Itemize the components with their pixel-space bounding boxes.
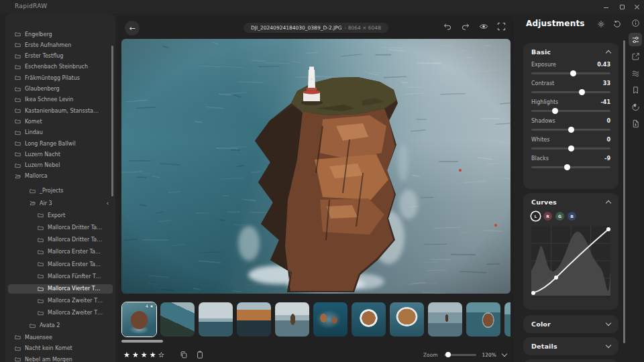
sidebar-item-luzern-nacht[interactable]: Luzern Nacht bbox=[8, 149, 113, 159]
sidebar-item-mallorca-vierter-t[interactable]: Mallorca Vierter T… bbox=[8, 284, 113, 294]
star-3[interactable]: ★ bbox=[141, 351, 148, 359]
rail-info-icon[interactable] bbox=[629, 16, 642, 29]
sidebar-item-fr-km-ntegg-pilatus[interactable]: Fräkmüntegg Pilatus bbox=[8, 73, 113, 82]
sidebar-item-erste-aufnahmen[interactable]: Erste Aufnahmen bbox=[8, 40, 113, 50]
thumbnail-2[interactable] bbox=[160, 302, 195, 337]
sidebar-item-mauensee[interactable]: Mauensee bbox=[8, 333, 113, 342]
zoom-dropdown-chevron-icon[interactable] bbox=[502, 351, 507, 357]
sidebar-item-mallorca-f-nfter-t[interactable]: Mallorca Fünfter T… bbox=[8, 272, 113, 281]
sidebar-item-komet[interactable]: Komet bbox=[8, 117, 113, 126]
paste-settings-icon[interactable] bbox=[196, 351, 204, 359]
star-4[interactable]: ★ bbox=[150, 351, 157, 359]
curves-section-header[interactable]: Curves bbox=[523, 193, 619, 210]
sidebar-item-eschenbach-steinbruch[interactable]: Eschenbach Steinbruch bbox=[8, 62, 113, 72]
sidebar-item-projects[interactable]: _Projects bbox=[8, 186, 113, 196]
expand-chevron-icon bbox=[606, 320, 611, 326]
effects-section-header[interactable]: Effects bbox=[523, 359, 619, 362]
collapse-folder-chevron-icon[interactable]: ‹ bbox=[106, 200, 113, 206]
thumbnail-6[interactable] bbox=[313, 302, 348, 337]
effects-section: Effects bbox=[523, 359, 619, 362]
slider-thumb[interactable] bbox=[568, 127, 574, 133]
sidebar-item-air-3[interactable]: Air 3‹ bbox=[8, 198, 113, 208]
filename-pill: DJI_20240924184030_0389_D-2.JPG- 8064 × … bbox=[244, 23, 388, 33]
slider-thumb[interactable] bbox=[552, 108, 558, 114]
sidebar-item-mallorca-erster-ta[interactable]: Mallorca Erster Ta… bbox=[8, 259, 113, 269]
thumbnail-11[interactable] bbox=[504, 302, 511, 337]
rail-layers-icon[interactable] bbox=[629, 66, 642, 80]
reset-icon[interactable] bbox=[613, 20, 621, 28]
sidebar-item-glaubenberg[interactable]: Glaubenberg bbox=[8, 84, 113, 94]
slider-track[interactable] bbox=[531, 129, 610, 131]
zoom-slider-thumb[interactable] bbox=[445, 352, 451, 357]
rail-presets-icon[interactable] bbox=[629, 83, 642, 97]
sidebar-item-lindau[interactable]: Lindau bbox=[8, 128, 113, 137]
sidebar-item-ikea-schnee-levin[interactable]: Ikea Schnee Levin bbox=[8, 95, 113, 105]
sidebar-scrollbar[interactable] bbox=[111, 46, 113, 196]
zoom-slider[interactable] bbox=[444, 354, 476, 356]
star-5[interactable]: ☆ bbox=[158, 351, 166, 359]
sidebar-item-mallorca[interactable]: Mallorca bbox=[8, 172, 113, 181]
settings-icon[interactable] bbox=[597, 20, 605, 28]
thumbnail-4[interactable] bbox=[236, 302, 272, 337]
slider-thumb[interactable] bbox=[579, 89, 585, 95]
color-section-header[interactable]: Color bbox=[523, 315, 619, 333]
photo-canvas[interactable] bbox=[121, 39, 511, 294]
thumbnail-3[interactable] bbox=[198, 302, 233, 337]
close-button[interactable] bbox=[634, 4, 640, 10]
thumbnail-9[interactable] bbox=[427, 302, 463, 337]
sidebar-item-long-range-ballwil[interactable]: Long Range Ballwil bbox=[8, 139, 113, 148]
rail-adjustments-icon[interactable] bbox=[629, 33, 642, 46]
sidebar-item-mallorca-zweiter-t[interactable]: Mallorca Zweiter T… bbox=[8, 296, 113, 306]
rail-edit-icon[interactable] bbox=[629, 50, 642, 63]
sidebar-item-mallorca-erster-ta[interactable]: Mallorca Erster Ta… bbox=[8, 247, 113, 257]
details-section-header[interactable]: Details bbox=[523, 337, 619, 355]
thumbnail-1[interactable]: 4 ★ bbox=[121, 302, 157, 337]
curve-channel-b[interactable]: B bbox=[568, 212, 576, 221]
sidebar-item-mallorca-dritter-ta[interactable]: Mallorca Dritter Ta… bbox=[8, 235, 113, 245]
curve-point[interactable] bbox=[554, 276, 558, 280]
slider-track[interactable] bbox=[531, 147, 610, 149]
fullscreen-icon[interactable] bbox=[497, 22, 506, 31]
minimize-button[interactable] bbox=[603, 4, 609, 10]
sidebar-item-mallorca-dritter-ta[interactable]: Mallorca Dritter Ta… bbox=[8, 223, 113, 233]
star-1[interactable]: ★ bbox=[123, 351, 131, 359]
thumbnail-7[interactable] bbox=[351, 302, 386, 337]
curve-point[interactable] bbox=[606, 227, 610, 231]
sidebar-item-avata-2[interactable]: Avata 2 bbox=[8, 321, 113, 330]
slider-track[interactable] bbox=[531, 166, 610, 168]
curve-channel-r[interactable]: R bbox=[543, 212, 552, 221]
sidebar-item-kastanienbaum-stanssta[interactable]: Kastanienbaum, Stanssta… bbox=[8, 106, 113, 115]
slider-thumb[interactable] bbox=[570, 70, 576, 76]
slider-track[interactable] bbox=[531, 91, 610, 93]
sidebar-item-engelberg[interactable]: Engelberg bbox=[8, 29, 113, 39]
slider-thumb[interactable] bbox=[564, 164, 570, 170]
undo-icon[interactable] bbox=[443, 23, 452, 30]
adjustments-scrollbar[interactable] bbox=[623, 40, 625, 343]
redo-icon[interactable] bbox=[461, 23, 470, 30]
thumbnail-5[interactable] bbox=[274, 302, 310, 337]
slider-track[interactable] bbox=[531, 72, 610, 74]
slider-thumb[interactable] bbox=[568, 145, 574, 152]
sidebar-item-luzern-nebel[interactable]: Luzern Nebel bbox=[8, 161, 113, 170]
thumbnail-8[interactable] bbox=[389, 302, 425, 337]
preview-icon[interactable] bbox=[479, 23, 488, 30]
rail-ai-mask-icon[interactable] bbox=[629, 100, 642, 113]
sidebar-item-nebel-am-morgen[interactable]: Nebel am Morgen bbox=[8, 355, 113, 362]
filmstrip-scrollbar[interactable] bbox=[121, 340, 163, 343]
basic-section-header[interactable]: Basic bbox=[523, 43, 619, 60]
sidebar-item-erster-testflug[interactable]: Erster Testflug bbox=[8, 52, 113, 61]
curve-channel-g[interactable]: G bbox=[555, 212, 564, 221]
sidebar-item-mallorca-zweiter-t[interactable]: Mallorca Zweiter T… bbox=[8, 308, 113, 318]
curve-channel-l[interactable]: L bbox=[531, 212, 540, 221]
curve-point[interactable] bbox=[531, 291, 535, 295]
star-2[interactable]: ★ bbox=[132, 351, 140, 359]
sidebar-item-nacht-kein-komet[interactable]: Nacht kein Komet bbox=[8, 344, 113, 353]
copy-settings-icon[interactable] bbox=[180, 351, 188, 359]
rail-export-icon[interactable] bbox=[629, 117, 642, 130]
maximize-button[interactable] bbox=[619, 4, 625, 10]
thumbnail-10[interactable] bbox=[466, 302, 501, 337]
slider-track[interactable] bbox=[531, 110, 610, 112]
sidebar-item-export[interactable]: Export bbox=[8, 210, 113, 220]
back-button[interactable]: ← bbox=[125, 21, 140, 36]
curve-graph[interactable] bbox=[531, 226, 610, 298]
